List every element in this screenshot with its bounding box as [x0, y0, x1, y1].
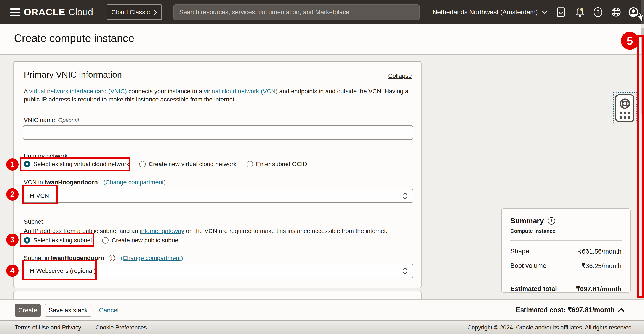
globe-language-icon[interactable]	[611, 7, 621, 17]
collapse-link[interactable]: Collapse	[388, 72, 412, 80]
subnet-prefix: Subnet in	[24, 254, 51, 261]
info-icon[interactable]: i	[108, 255, 115, 261]
vcn-prefix: VCN in	[24, 179, 44, 186]
summary-row-label: Shape	[510, 248, 529, 255]
floating-widget-selection	[613, 92, 637, 124]
oracle-cloud-console: ORACLE Cloud Cloud Classic Netherlands N…	[0, 0, 644, 334]
vcn-select-value: IH-VCN	[28, 192, 402, 199]
cloud-classic-label: Cloud Classic	[111, 9, 150, 16]
subnet-intro-1: An IP address from a public subnet and a…	[24, 228, 140, 234]
cloud-classic-button[interactable]: Cloud Classic	[107, 4, 162, 20]
chevron-up-icon	[618, 308, 625, 312]
primary-vnic-card: Primary VNIC information Collapse A virt…	[13, 61, 422, 288]
vcn-select[interactable]: IH-VCN	[23, 189, 413, 203]
top-bar: ORACLE Cloud Cloud Classic Netherlands N…	[0, 0, 644, 24]
oracle-cloud-logo: ORACLE Cloud	[24, 0, 93, 24]
vcn-compartment-row: VCN in IwanHoogendoorn (Change compartme…	[24, 179, 166, 186]
annotation-step-4: 4	[6, 264, 18, 277]
primary-network-radio-group: Select existing virtual cloud network Cr…	[24, 161, 307, 168]
summary-divider	[510, 277, 622, 277]
select-stepper-icon	[402, 266, 408, 275]
summary-divider	[510, 240, 622, 240]
internet-gateway-link[interactable]: internet gateway	[140, 228, 184, 234]
estimated-total-value: ₹697.81/month	[576, 285, 622, 293]
scrollbar-thumb[interactable]	[641, 28, 644, 114]
subnet-compartment-row: Subnet in IwanHoogendoorn i (Change comp…	[24, 254, 183, 262]
support-widget[interactable]	[615, 94, 634, 122]
summary-row-label: Boot volume	[510, 262, 546, 270]
summary-info-icon[interactable]: i	[548, 217, 555, 224]
subnet-change-compartment-link[interactable]: (Change compartment)	[121, 254, 183, 262]
page-title: Create compute instance	[14, 32, 134, 44]
page-header: Create compute instance	[0, 24, 644, 54]
region-selector[interactable]: Netherlands Northwest (Amsterdam)	[432, 0, 548, 24]
select-stepper-icon	[402, 192, 408, 200]
vnic-name-label: VNIC nameOptional	[24, 116, 79, 124]
radio-create-new-vcn[interactable]: Create new virtual cloud network	[139, 161, 236, 168]
vnic-name-label-text: VNIC name	[24, 116, 55, 123]
radio-label: Select existing subnet	[33, 237, 92, 244]
radio-button-selected[interactable]	[24, 237, 30, 244]
summary-card: Summary i Compute instance Shape ₹661.56…	[501, 208, 630, 293]
summary-row-value: ₹661.56/month	[578, 248, 622, 255]
subnet-heading: Subnet	[24, 218, 43, 225]
annotation-step-5: 5	[621, 32, 639, 50]
subnet-in-label: Subnet in IwanHoogendoorn	[24, 254, 104, 262]
create-button[interactable]: Create	[15, 304, 41, 317]
page-footer: Terms of Use and Privacy Cookie Preferen…	[0, 320, 644, 334]
radio-label: Create new public subnet	[112, 237, 180, 244]
cloud-shell-icon[interactable]	[556, 7, 566, 17]
subnet-select[interactable]: IH-Webservers (regional)	[23, 264, 413, 278]
summary-title: Summary	[510, 216, 544, 225]
chevron-down-icon	[541, 10, 548, 14]
radio-button-selected[interactable]	[24, 161, 30, 168]
radio-create-new-public-subnet[interactable]: Create new public subnet	[102, 237, 180, 244]
radio-select-existing-subnet[interactable]: Select existing subnet	[24, 237, 92, 244]
chevron-right-icon	[153, 9, 157, 16]
radio-button[interactable]	[102, 237, 108, 244]
save-as-stack-button[interactable]: Save as stack	[45, 304, 92, 317]
optional-tag: Optional	[58, 117, 79, 123]
cookie-preferences-link[interactable]: Cookie Preferences	[96, 324, 147, 331]
vnic-doc-link[interactable]: virtual network interface card (VNIC)	[29, 88, 127, 94]
intro-text-1: A	[24, 88, 29, 94]
subnet-select-value: IH-Webservers (regional)	[28, 267, 402, 274]
annotation-step-1: 1	[6, 158, 18, 171]
annotation-step-3: 3	[6, 234, 18, 246]
terms-link[interactable]: Terms of Use and Privacy	[15, 324, 81, 331]
summary-row-boot-volume: Boot volume ₹36.25/month	[510, 262, 622, 270]
subnet-intro-2: on the VCN are required to make this ins…	[184, 228, 388, 234]
estimated-cost-toggle[interactable]: Estimated cost: ₹697.81/month	[516, 306, 625, 314]
vnic-name-input[interactable]	[23, 126, 413, 140]
search-input[interactable]	[174, 4, 420, 20]
cloud-logo-text: Cloud	[68, 7, 93, 18]
summary-total-row: Estimated total ₹697.81/month	[510, 285, 622, 293]
svg-text:?: ?	[596, 9, 600, 15]
summary-row-shape: Shape ₹661.56/month	[510, 248, 622, 255]
summary-row-value: ₹36.25/month	[581, 262, 622, 270]
region-label: Netherlands Northwest (Amsterdam)	[432, 8, 538, 16]
vcn-compartment-name: IwanHoogendoorn	[44, 179, 98, 186]
radio-select-existing-vcn[interactable]: Select existing virtual cloud network	[24, 161, 129, 168]
vcn-change-compartment-link[interactable]: (Change compartment)	[103, 179, 166, 186]
subnet-compartment-name: IwanHoogendoorn	[51, 254, 104, 261]
radio-enter-subnet-ocid[interactable]: Enter subnet OCID	[246, 161, 307, 168]
estimated-total-label: Estimated total	[510, 285, 557, 293]
bottom-action-bar: Create Save as stack Cancel Estimated co…	[0, 299, 644, 320]
notification-dot	[580, 8, 583, 11]
estimated-cost-text: Estimated cost: ₹697.81/month	[516, 306, 614, 314]
notifications-bell-icon[interactable]	[574, 7, 585, 17]
radio-button[interactable]	[139, 161, 146, 168]
vcn-in-label: VCN in IwanHoogendoorn	[24, 179, 98, 186]
summary-subtitle: Compute instance	[510, 228, 622, 234]
hamburger-menu-icon[interactable]	[10, 8, 20, 16]
cancel-link[interactable]: Cancel	[99, 307, 118, 314]
subnet-intro-text: An IP address from a public subnet and a…	[24, 227, 416, 235]
copyright-text: Copyright © 2024, Oracle and/or its affi…	[467, 324, 633, 331]
oracle-logo-text: ORACLE	[24, 7, 65, 18]
help-icon[interactable]: ?	[593, 7, 603, 17]
vcn-doc-link[interactable]: virtual cloud network (VCN)	[204, 88, 278, 94]
radio-button[interactable]	[246, 161, 253, 168]
drag-handle-dots-icon[interactable]	[620, 112, 630, 118]
radio-label: Select existing virtual cloud network	[33, 161, 129, 168]
